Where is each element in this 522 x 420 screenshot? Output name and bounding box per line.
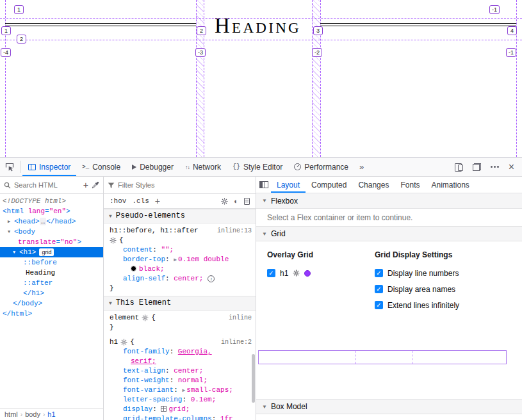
tab-style-editor[interactable]: {} Style Editor	[227, 158, 288, 176]
markup-node[interactable]: </html>	[0, 309, 103, 319]
tab-performance[interactable]: Performance	[288, 158, 354, 176]
css-property-name[interactable]: display	[123, 405, 152, 413]
display-line-numbers-checkbox[interactable]: ✓	[375, 269, 383, 277]
grid-color-swatch[interactable]	[304, 270, 311, 277]
tab-fonts[interactable]: Fonts	[395, 177, 425, 193]
rule-source-link[interactable]: inline	[226, 313, 252, 323]
css-property-value[interactable]: normal;	[178, 376, 208, 384]
rule-source-link[interactable]: inline:13	[215, 226, 252, 236]
selector-highlighter-icon[interactable]	[120, 339, 127, 346]
three-pane-toggle-icon[interactable]	[259, 181, 268, 188]
css-property-name[interactable]: content	[123, 246, 152, 254]
css-property-value[interactable]: black;	[139, 265, 165, 273]
close-devtools-icon[interactable]: ×	[509, 162, 514, 172]
markup-node[interactable]: ::before	[0, 257, 103, 268]
tab-inspector[interactable]: Inspector	[22, 158, 76, 176]
filter-styles-input[interactable]	[118, 181, 252, 189]
rules-section-header[interactable]: ▼This Element	[104, 296, 256, 311]
css-property-value[interactable]: center;	[174, 275, 203, 282]
css-declaration[interactable]: font-family: Georgia,serif;	[110, 347, 252, 366]
css-declaration[interactable]: letter-spacing: 0.1em;	[110, 395, 252, 405]
css-declaration[interactable]: font-variant: ▶small-caps;	[110, 385, 252, 395]
markup-node[interactable]: ▼<h1>grid	[0, 247, 103, 257]
tab-debugger[interactable]: Debugger	[126, 158, 179, 176]
markup-node[interactable]: translate="no">	[0, 237, 103, 247]
css-property-value[interactable]: serif;	[131, 357, 156, 365]
tab-console[interactable]: >_ Console	[76, 158, 126, 176]
markup-node[interactable]: ▼<body	[0, 227, 103, 237]
markup-node[interactable]: ::after	[0, 278, 103, 288]
tab-changes[interactable]: Changes	[352, 177, 395, 193]
css-property-name[interactable]: letter-spacing	[123, 396, 182, 403]
rule-selector[interactable]: h1	[110, 337, 118, 347]
css-property-name[interactable]: text-align	[123, 367, 165, 375]
print-media-icon[interactable]	[244, 198, 250, 205]
rule-selector[interactable]: h1::before, h1::after	[110, 226, 199, 236]
pick-element-button[interactable]	[0, 158, 19, 176]
breadcrumb-item-body[interactable]: body	[25, 410, 40, 418]
flexbox-section-header[interactable]: ▼ Flexbox	[256, 193, 522, 209]
grid-preview-cell[interactable]	[412, 351, 506, 364]
class-toggle[interactable]: .cls	[132, 197, 149, 205]
grid-preview-cell[interactable]	[259, 351, 355, 364]
markup-node[interactable]: ▶<head>…</head>	[0, 216, 103, 227]
add-rule-button[interactable]: +	[155, 196, 160, 206]
tab-network[interactable]: ↑↓ Network	[179, 158, 227, 176]
tab-animations[interactable]: Animations	[425, 177, 475, 193]
eyedropper-icon[interactable]	[92, 181, 99, 189]
css-declaration[interactable]: display: grid;	[110, 405, 252, 414]
frame-selector-icon[interactable]	[473, 163, 481, 171]
css-declaration[interactable]: grid-template-columns: 1fr	[110, 414, 252, 420]
css-property-name[interactable]: align-self	[123, 275, 165, 282]
css-declaration[interactable]: content: "";	[110, 245, 252, 255]
extend-lines-checkbox[interactable]: ✓	[375, 301, 383, 309]
css-property-value[interactable]: grid;	[168, 405, 190, 413]
expand-shorthand-icon[interactable]: ▶	[174, 257, 177, 262]
css-property-name[interactable]: border-top	[123, 255, 165, 263]
tab-layout[interactable]: Layout	[271, 177, 306, 193]
responsive-design-mode-icon[interactable]	[455, 163, 463, 171]
twisty-icon[interactable]: ▶	[8, 216, 14, 227]
color-scheme-light-icon[interactable]	[221, 198, 228, 205]
breadcrumb-item-h1[interactable]: h1	[47, 410, 55, 418]
selector-highlighter-icon[interactable]	[110, 237, 117, 244]
css-declaration[interactable]: font-weight: normal;	[110, 376, 252, 385]
tab-computed[interactable]: Computed	[306, 177, 352, 193]
display-area-names-checkbox[interactable]: ✓	[375, 285, 383, 293]
more-tabs-chevron[interactable]: »	[354, 158, 369, 176]
box-model-section-header[interactable]: ▼ Box Model	[256, 399, 522, 414]
pseudo-class-toggle[interactable]: :hov	[110, 197, 126, 205]
markup-node[interactable]: </body>	[0, 298, 103, 309]
rule-selector[interactable]: element	[110, 313, 139, 323]
css-property-name[interactable]: font-variant	[123, 386, 174, 394]
css-property-value[interactable]: "";	[161, 246, 174, 254]
add-node-button[interactable]: +	[83, 181, 88, 190]
scrollbar-thumb[interactable]	[252, 354, 255, 403]
css-declaration[interactable]: text-align: center;	[110, 366, 252, 376]
css-property-name[interactable]: grid-template-columns	[123, 415, 212, 420]
css-property-name[interactable]: font-family	[123, 348, 170, 355]
overlay-grid-checkbox[interactable]: ✓	[267, 269, 275, 277]
grid-highlighter-gear-icon[interactable]	[293, 270, 300, 277]
grid-preview-cell[interactable]	[355, 351, 412, 364]
rules-section-header[interactable]: ▼Pseudo-elements	[104, 209, 256, 223]
twisty-icon[interactable]: ▼	[8, 227, 14, 237]
css-declaration[interactable]: align-self: center;i	[110, 274, 252, 284]
color-scheme-dark-icon[interactable]: ◐	[234, 198, 238, 205]
css-property-value[interactable]: small-caps;	[186, 386, 233, 394]
css-declaration[interactable]: border-top: ▶0.1em doubleblack;	[110, 255, 252, 274]
markup-node[interactable]: <html lang="en">	[0, 206, 103, 216]
color-swatch[interactable]	[131, 266, 136, 271]
more-options-icon[interactable]	[491, 166, 493, 168]
rule-source-link[interactable]: inline:2	[218, 337, 252, 347]
expand-shorthand-icon[interactable]: ▶	[182, 387, 185, 393]
twisty-icon[interactable]: ▼	[13, 247, 19, 257]
grid-badge-toggle[interactable]: grid	[39, 248, 54, 256]
breadcrumb-item-html[interactable]: html	[4, 410, 18, 418]
css-property-value[interactable]: Georgia,	[178, 348, 212, 355]
css-property-value[interactable]: 0.1em double	[178, 255, 229, 263]
selector-highlighter-icon[interactable]	[142, 314, 149, 321]
search-html-input[interactable]	[14, 181, 80, 189]
markup-node[interactable]: Heading	[0, 268, 103, 278]
css-property-name[interactable]: font-weight	[123, 376, 170, 384]
